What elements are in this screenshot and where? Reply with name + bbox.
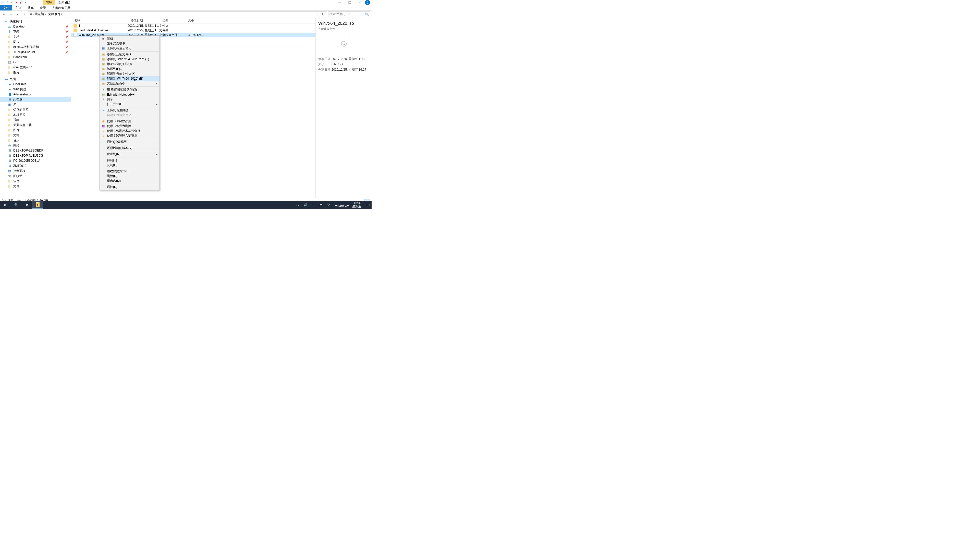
context-menu[interactable]: ◉装载刻录光盘映像▦上传到有道云笔记▣添加到压缩文件(A)...▣添加到 "Wi… (100, 35, 160, 190)
ribbon-tab-view[interactable]: 查看 (37, 5, 49, 11)
tree-net-1[interactable]: 🖥DESKTOP-LSSOEDP (0, 148, 71, 153)
tree-savedpics[interactable]: ▮保存的图片 (0, 107, 71, 112)
menu-item[interactable]: 删除(D) (100, 174, 159, 179)
ribbon-tab-file[interactable]: 文件 (0, 5, 12, 11)
ribbon-tab-disc-tools[interactable]: 光盘映像工具 (49, 5, 73, 11)
tree-wps[interactable]: ☁WPS网盘 (0, 87, 71, 92)
menu-item[interactable]: ▣解压到 Win7x64_2020\ (E) (100, 76, 159, 81)
tree-net-2[interactable]: 🖥DESKTOP-NJEU3CG (0, 153, 71, 158)
menu-item[interactable]: ▣解压到(F)... (100, 67, 159, 71)
menu-item[interactable]: ▣其他压缩命令▶ (100, 81, 159, 86)
tree-libraries[interactable]: ▣库 (0, 102, 71, 107)
tree-downloads[interactable]: ⬇下载📌 (0, 29, 71, 34)
menu-item[interactable]: 复制(C) (100, 163, 159, 168)
tree-documents[interactable]: ▮文档📌 (0, 34, 71, 39)
qat-drop-icon[interactable]: ▾ (24, 1, 27, 4)
col-type[interactable]: 类型 (159, 18, 185, 23)
tree-recycle-bin[interactable]: 🗑回收站 (0, 173, 71, 179)
file-row[interactable]: 12020/12/15, 星期二 1...文件夹 (71, 24, 315, 28)
taskbar[interactable]: ⊞ 🔍 ⧉ ▮ ︿ 🔊 中 ▤ 🛡 16:32 2020/12/25, 星期五 … (0, 201, 372, 209)
tray-ime[interactable]: 中 (310, 202, 316, 207)
menu-item[interactable]: 创建快捷方式(S) (100, 169, 159, 174)
menu-item[interactable]: ✶用 蜂蜜浏览器 浏览(3) (100, 87, 159, 92)
tree-win7[interactable]: ▮win7重装win7 (0, 65, 71, 70)
addr-drop[interactable]: ⌄ (315, 11, 320, 17)
column-headers[interactable]: 名称 修改日期 类型 大小 (71, 18, 315, 24)
tree-quick-access[interactable]: ★快速访问 (0, 19, 71, 24)
qat-save-icon[interactable]: ▯ (6, 1, 9, 4)
tray-clock[interactable]: 16:32 2020/12/25, 星期五 (334, 202, 363, 208)
tray-overflow[interactable]: ︿ (295, 202, 301, 207)
tree-tianyi[interactable]: ▮天翼云盘下载 (0, 122, 71, 127)
tree-network[interactable]: 🖧网络 (0, 143, 71, 148)
tree-net-3[interactable]: 🖥PC-20190530OBLA (0, 158, 71, 163)
menu-item[interactable]: ▣添加到压缩文件(A)... (100, 52, 159, 57)
menu-item[interactable]: ▣用360压缩打开(Q) (100, 62, 159, 67)
addr-refresh[interactable]: ↻ (320, 11, 326, 17)
taskbar-search[interactable]: 🔍 (11, 201, 21, 209)
window-maximize[interactable]: ❐ (345, 0, 355, 5)
tree-pic3[interactable]: ▮图片 (0, 127, 71, 133)
menu-item[interactable]: ☁上传到百度网盘 (100, 108, 159, 113)
menu-item[interactable]: 通过QQ发送到 (100, 140, 159, 144)
tree-doc3[interactable]: ▮文档 (0, 133, 71, 138)
menu-item[interactable]: ▤Edit with Notepad++ (100, 92, 159, 97)
qat-check-icon[interactable]: ✔ (10, 1, 14, 4)
tree-localpics[interactable]: ▮本机照片 (0, 112, 71, 118)
tree-desktop-zh[interactable]: ▬桌面 (0, 76, 71, 82)
menu-item[interactable]: ▦上传到有道云笔记 (100, 46, 159, 51)
menu-item[interactable]: ●使用 360进行木马云查杀 (100, 129, 159, 133)
tray-action-center[interactable]: ▢ (366, 202, 371, 207)
tree-pictures[interactable]: ▮图片📌 (0, 39, 71, 44)
tree-onedrive[interactable]: ☁OneDrive (0, 82, 71, 87)
tree-software[interactable]: ▮软件 (0, 179, 71, 184)
menu-item[interactable]: 打开方式(H)▶ (100, 102, 159, 106)
menu-item[interactable]: ▦使用 360强力删除 (100, 124, 159, 129)
menu-item[interactable]: ↗共享 (100, 97, 159, 102)
search-box[interactable]: 搜索"文档 (E:)" 🔍 (328, 11, 370, 17)
menu-item[interactable]: 剪切(T) (100, 158, 159, 163)
tray-security-icon[interactable]: 🛡 (326, 202, 331, 207)
nav-up[interactable]: ↑ (21, 11, 27, 17)
col-size[interactable]: 大小 (185, 18, 205, 23)
tree-desktop[interactable]: ▬Desktop📌 (0, 24, 71, 29)
taskbar-explorer[interactable]: ▮ (32, 201, 43, 209)
breadcrumb-this-pc[interactable]: 此电脑 (34, 12, 47, 16)
col-date[interactable]: 修改日期 (127, 18, 159, 23)
tree-files[interactable]: ▮文件 (0, 184, 71, 189)
tree-bandicam[interactable]: ▮Bandicam (0, 55, 71, 60)
menu-item[interactable]: ◆使用 360解除占用 (100, 119, 159, 124)
start-button[interactable]: ⊞ (0, 201, 11, 209)
menu-item[interactable]: ◉装载 (100, 36, 159, 41)
menu-item[interactable]: 重命名(M) (100, 179, 159, 183)
qat-wheel-icon[interactable]: ◐ (19, 1, 23, 4)
window-help[interactable]: ? (365, 0, 370, 5)
tree-net-4[interactable]: 🖥ZMT2019 (0, 163, 71, 168)
menu-item[interactable]: 发送到(N)▶ (100, 152, 159, 157)
breadcrumb-docs-e[interactable]: 文档 (E:) (48, 12, 63, 16)
tree-admin[interactable]: 👤Administrator (0, 92, 71, 97)
menu-item[interactable]: 还原以前的版本(V) (100, 146, 159, 151)
tray-volume-icon[interactable]: 🔊 (303, 202, 308, 207)
nav-forward[interactable]: → (8, 11, 14, 17)
qat-close-icon[interactable]: ✖ (15, 1, 18, 4)
tree-gdrive[interactable]: ▥G:\ (0, 60, 71, 65)
contextual-tab-manage[interactable]: 管理 (43, 0, 55, 5)
menu-item[interactable]: 刻录光盘映像 (100, 41, 159, 46)
window-close[interactable]: ✕ (355, 0, 365, 5)
ribbon-tab-home[interactable]: 主页 (12, 5, 24, 11)
tree-video[interactable]: ▮视频 (0, 118, 71, 122)
window-minimize[interactable]: — (334, 0, 345, 5)
file-row[interactable]: BaiduNetdiskDownload2020/12/25, 星期五 1...… (71, 28, 315, 33)
nav-recent-drop[interactable]: ▾ (15, 11, 21, 17)
tree-excel[interactable]: ▮excel表格制作求和📌 (0, 44, 71, 49)
task-view-button[interactable]: ⧉ (21, 201, 32, 209)
address-bar[interactable]: 🖥 › 此电脑 文档 (E:) ⌄ ↻ (28, 11, 327, 17)
menu-item[interactable]: 属性(R) (100, 185, 159, 189)
tree-music[interactable]: ▮音乐 (0, 138, 71, 143)
menu-item[interactable]: ●使用 360管理右键菜单 (100, 133, 159, 138)
nav-back[interactable]: ← (2, 11, 7, 17)
menu-item[interactable]: ▣添加到 "Win7x64_2020.zip" (T) (100, 57, 159, 62)
tray-network-icon[interactable]: ▤ (318, 202, 323, 207)
menu-item[interactable]: ▣解压到当前文件夹(X) (100, 71, 159, 76)
